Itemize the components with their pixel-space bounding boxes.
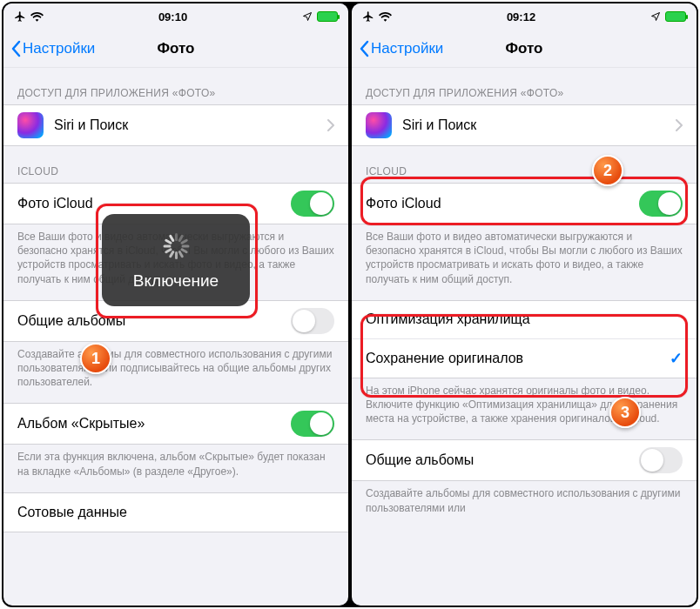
back-button[interactable]: Настройки bbox=[359, 40, 443, 57]
hidden-group: Альбом «Скрытые» bbox=[3, 403, 348, 445]
icloud-photos-cell[interactable]: Фото iCloud bbox=[352, 184, 697, 224]
content: ДОСТУП ДЛЯ ПРИЛОЖЕНИЯ «ФОТО» Siri и Поис… bbox=[352, 68, 697, 606]
location-icon bbox=[650, 11, 661, 22]
icloud-group: Фото iCloud bbox=[352, 183, 697, 224]
optimize-label: Оптимизация хранилища bbox=[366, 311, 683, 327]
siri-group: Siri и Поиск bbox=[3, 104, 348, 146]
status-right bbox=[302, 11, 338, 22]
airplane-icon bbox=[362, 10, 374, 23]
chevron-right-icon bbox=[327, 119, 334, 131]
shared-footer: Создавайте альбомы для совместного испол… bbox=[3, 342, 348, 392]
status-time: 09:12 bbox=[507, 10, 535, 23]
hidden-album-toggle[interactable] bbox=[291, 411, 334, 437]
nav-bar: Настройки Фото bbox=[352, 30, 697, 68]
wifi-icon bbox=[30, 11, 44, 22]
keep-orig-label: Сохранение оригиналов bbox=[366, 351, 670, 366]
right-phone: 09:12 Настройки Фото ДОСТУП ДЛЯ ПРИЛОЖЕН… bbox=[352, 3, 697, 606]
section-header-access: ДОСТУП ДЛЯ ПРИЛОЖЕНИЯ «ФОТО» bbox=[352, 68, 697, 104]
content: ДОСТУП ДЛЯ ПРИЛОЖЕНИЯ «ФОТО» Siri и Поис… bbox=[3, 68, 348, 606]
shared-albums-label: Общие альбомы bbox=[366, 452, 639, 468]
section-header-access: ДОСТУП ДЛЯ ПРИЛОЖЕНИЯ «ФОТО» bbox=[3, 68, 348, 104]
shared-albums-cell[interactable]: Общие альбомы bbox=[3, 301, 348, 341]
bottom-group: Сотовые данные bbox=[3, 492, 348, 532]
back-button[interactable]: Настройки bbox=[10, 40, 95, 57]
shared-albums-cell[interactable]: Общие альбомы bbox=[352, 440, 697, 480]
hud-text: Включение bbox=[111, 271, 241, 291]
page-title: Фото bbox=[506, 40, 543, 57]
shared-footer: Создавайте альбомы для совместного испол… bbox=[352, 481, 697, 516]
storage-group: Оптимизация хранилища Сохранение оригина… bbox=[352, 300, 697, 378]
spinner-icon bbox=[163, 233, 189, 259]
wifi-icon bbox=[379, 11, 392, 22]
page-title: Фото bbox=[158, 40, 195, 57]
status-left bbox=[362, 10, 392, 23]
siri-icon bbox=[17, 112, 44, 138]
left-phone: 09:10 Настройки Фото ДОСТУП ДЛЯ ПРИЛОЖЕН… bbox=[3, 3, 348, 606]
icloud-photos-label: Фото iCloud bbox=[17, 196, 291, 211]
battery-icon bbox=[317, 11, 338, 22]
status-bar: 09:12 bbox=[352, 3, 697, 30]
siri-label: Siri и Поиск bbox=[402, 117, 676, 133]
hidden-album-cell[interactable]: Альбом «Скрытые» bbox=[3, 404, 348, 444]
shared-albums-toggle[interactable] bbox=[291, 308, 334, 334]
nav-bar: Настройки Фото bbox=[3, 30, 348, 68]
cellular-cell[interactable]: Сотовые данные bbox=[3, 493, 348, 532]
back-label: Настройки bbox=[371, 40, 443, 57]
icloud-photos-toggle[interactable] bbox=[639, 191, 683, 217]
location-icon bbox=[302, 11, 313, 22]
icloud-footer: Все Ваши фото и видео автоматически выгр… bbox=[352, 224, 697, 288]
dual-screenshot-frame: 09:10 Настройки Фото ДОСТУП ДЛЯ ПРИЛОЖЕН… bbox=[2, 2, 698, 607]
hidden-album-label: Альбом «Скрытые» bbox=[17, 416, 291, 432]
chevron-right-icon bbox=[676, 119, 683, 131]
section-header-icloud: ICLOUD bbox=[3, 146, 348, 183]
airplane-icon bbox=[14, 10, 26, 23]
icloud-photos-toggle[interactable] bbox=[291, 191, 334, 217]
battery-icon bbox=[665, 11, 686, 22]
section-header-icloud: ICLOUD bbox=[352, 146, 697, 183]
loading-hud: Включение bbox=[102, 214, 250, 306]
shared-albums-toggle[interactable] bbox=[639, 447, 683, 473]
icloud-photos-label: Фото iCloud bbox=[366, 196, 639, 211]
siri-icon bbox=[366, 112, 392, 138]
siri-cell[interactable]: Siri и Поиск bbox=[3, 105, 348, 145]
optimize-storage-cell[interactable]: Оптимизация хранилища bbox=[352, 301, 697, 339]
status-right bbox=[650, 11, 686, 22]
status-time: 09:10 bbox=[158, 10, 187, 23]
storage-footer: На этом iPhone сейчас хранятся оригиналы… bbox=[352, 378, 697, 428]
siri-cell[interactable]: Siri и Поиск bbox=[352, 105, 697, 145]
siri-label: Siri и Поиск bbox=[54, 117, 327, 133]
hidden-footer: Если эта функция включена, альбом «Скрыт… bbox=[3, 445, 348, 479]
chevron-left-icon bbox=[10, 40, 21, 57]
shared-group: Общие альбомы bbox=[352, 439, 697, 481]
shared-albums-label: Общие альбомы bbox=[17, 313, 291, 329]
siri-group: Siri и Поиск bbox=[352, 104, 697, 146]
check-icon: ✓ bbox=[670, 349, 683, 368]
chevron-left-icon bbox=[359, 40, 369, 57]
status-left bbox=[14, 10, 44, 23]
cellular-label: Сотовые данные bbox=[17, 505, 334, 520]
back-label: Настройки bbox=[23, 40, 95, 57]
status-bar: 09:10 bbox=[3, 3, 348, 30]
keep-originals-cell[interactable]: Сохранение оригиналов ✓ bbox=[352, 339, 697, 378]
